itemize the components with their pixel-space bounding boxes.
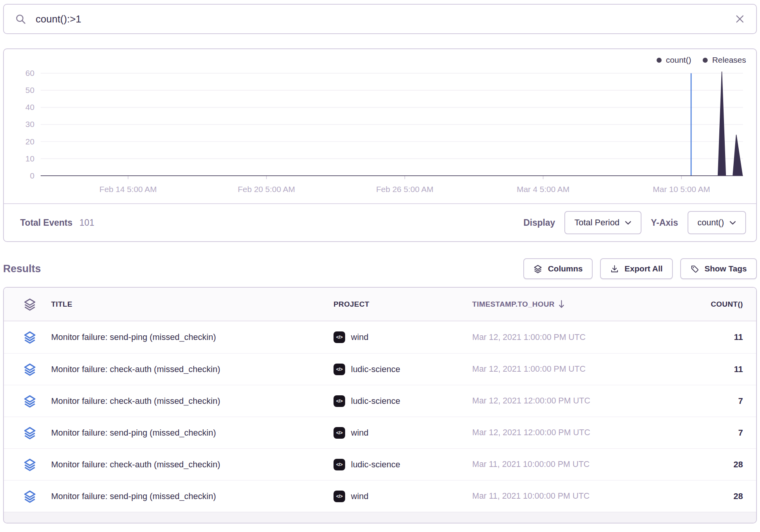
project-platform-icon: </> xyxy=(334,331,345,343)
svg-text:Mar 10 5:00 AM: Mar 10 5:00 AM xyxy=(653,185,710,194)
stack-icon xyxy=(23,363,36,376)
table-footer-strip xyxy=(4,512,756,523)
total-events-value: 101 xyxy=(79,218,94,228)
row-count: 28 xyxy=(647,460,756,470)
row-count: 28 xyxy=(647,491,756,501)
svg-text:20: 20 xyxy=(26,137,34,146)
column-header-timestamp-label: TIMESTAMP.TO_HOUR xyxy=(472,300,555,309)
show-tags-button[interactable]: Show Tags xyxy=(680,258,757,279)
stack-icon xyxy=(23,490,36,503)
svg-text:0: 0 xyxy=(30,171,34,180)
column-header-timestamp[interactable]: TIMESTAMP.TO_HOUR xyxy=(469,300,647,309)
column-header-project[interactable]: PROJECT xyxy=(330,300,469,309)
stack-icon xyxy=(23,331,36,344)
search-icon xyxy=(15,13,26,25)
svg-text:Feb 26 5:00 AM: Feb 26 5:00 AM xyxy=(376,185,433,194)
table-row: Monitor failure: send-ping (missed_check… xyxy=(4,480,756,512)
columns-stack-icon xyxy=(533,264,542,273)
row-icon-cell xyxy=(4,490,48,503)
project-name: ludic-science xyxy=(351,396,400,406)
svg-text:Feb 14 5:00 AM: Feb 14 5:00 AM xyxy=(100,185,157,194)
stack-icon xyxy=(23,395,36,408)
chart-legend: count() Releases xyxy=(657,55,746,65)
download-icon xyxy=(610,264,619,273)
table-header-row: TITLE PROJECT TIMESTAMP.TO_HOUR COUNT() xyxy=(4,288,756,321)
tag-icon xyxy=(690,264,699,273)
events-over-time-chart[interactable]: 0102030405060Feb 14 5:00 AMFeb 20 5:00 A… xyxy=(4,49,756,203)
legend-item-releases[interactable]: Releases xyxy=(703,55,746,65)
project-platform-icon: </> xyxy=(334,427,345,439)
yaxis-dropdown-value: count() xyxy=(698,218,724,228)
row-count: 11 xyxy=(647,364,756,374)
row-count: 7 xyxy=(647,428,756,438)
row-timestamp: Mar 12, 2021 12:00:00 PM UTC xyxy=(469,396,647,406)
svg-text:10: 10 xyxy=(26,154,34,163)
row-project-cell: </> wind xyxy=(330,331,469,343)
stack-icon xyxy=(23,426,36,439)
close-icon xyxy=(734,14,745,24)
display-dropdown[interactable]: Total Period xyxy=(564,211,641,234)
row-title-link[interactable]: Monitor failure: send-ping (missed_check… xyxy=(48,491,330,501)
row-project-cell: </> ludic-science xyxy=(330,459,469,470)
legend-label: Releases xyxy=(712,55,746,65)
row-title-link[interactable]: Monitor failure: check-auth (missed_chec… xyxy=(48,396,330,406)
row-title-link[interactable]: Monitor failure: send-ping (missed_check… xyxy=(48,428,330,438)
chart-area: count() Releases 0102030405060Feb 14 5:0… xyxy=(4,49,756,203)
events-chart-panel: count() Releases 0102030405060Feb 14 5:0… xyxy=(3,48,757,242)
results-actions: Columns Export All Show Tags xyxy=(523,258,757,279)
legend-label: count() xyxy=(666,55,691,65)
column-header-title[interactable]: TITLE xyxy=(48,300,330,309)
total-events-label: Total Events xyxy=(20,218,72,228)
svg-text:60: 60 xyxy=(26,69,34,77)
row-count: 7 xyxy=(647,396,756,406)
show-tags-button-label: Show Tags xyxy=(705,264,747,273)
project-name: ludic-science xyxy=(351,460,400,470)
row-project-cell: </> wind xyxy=(330,491,469,502)
clear-search-button[interactable] xyxy=(734,14,745,24)
stack-icon xyxy=(23,458,36,471)
svg-text:40: 40 xyxy=(26,103,34,112)
row-count: 11 xyxy=(647,332,756,342)
row-project-cell: </> wind xyxy=(330,427,469,439)
columns-button[interactable]: Columns xyxy=(523,258,593,279)
sort-desc-icon xyxy=(559,300,564,309)
display-label: Display xyxy=(523,218,555,228)
project-name: wind xyxy=(351,491,368,501)
row-icon-cell xyxy=(4,458,48,471)
legend-dot-icon xyxy=(703,58,708,63)
row-title-link[interactable]: Monitor failure: send-ping (missed_check… xyxy=(48,332,330,342)
row-timestamp: Mar 12, 2021 1:00:00 PM UTC xyxy=(469,333,647,342)
row-timestamp: Mar 11, 2021 10:00:00 PM UTC xyxy=(469,491,647,501)
row-icon-cell xyxy=(4,395,48,408)
table-row: Monitor failure: send-ping (missed_check… xyxy=(4,417,756,448)
column-header-count[interactable]: COUNT() xyxy=(647,300,756,309)
project-platform-icon: </> xyxy=(334,364,345,375)
project-name: wind xyxy=(351,428,368,438)
export-all-button-label: Export All xyxy=(624,264,662,273)
project-platform-icon: </> xyxy=(334,395,345,407)
results-table: TITLE PROJECT TIMESTAMP.TO_HOUR COUNT() … xyxy=(3,287,757,523)
svg-text:50: 50 xyxy=(26,86,34,94)
project-name: ludic-science xyxy=(351,364,400,374)
search-input[interactable] xyxy=(35,13,726,26)
row-timestamp: Mar 12, 2021 1:00:00 PM UTC xyxy=(469,364,647,374)
row-icon-cell xyxy=(4,331,48,344)
project-platform-icon: </> xyxy=(334,459,345,470)
yaxis-dropdown[interactable]: count() xyxy=(688,211,746,234)
chevron-down-icon xyxy=(625,221,631,225)
svg-text:Mar 4 5:00 AM: Mar 4 5:00 AM xyxy=(517,185,569,194)
row-timestamp: Mar 12, 2021 12:00:00 PM UTC xyxy=(469,428,647,438)
row-project-cell: </> ludic-science xyxy=(330,364,469,375)
display-dropdown-value: Total Period xyxy=(574,218,619,228)
total-events: Total Events 101 xyxy=(20,218,94,228)
svg-text:30: 30 xyxy=(26,120,34,129)
legend-item-count[interactable]: count() xyxy=(657,55,691,65)
row-title-link[interactable]: Monitor failure: check-auth (missed_chec… xyxy=(48,460,330,470)
search-bar xyxy=(3,4,757,34)
table-row: Monitor failure: check-auth (missed_chec… xyxy=(4,385,756,417)
row-title-link[interactable]: Monitor failure: check-auth (missed_chec… xyxy=(48,364,330,374)
columns-button-label: Columns xyxy=(548,264,583,273)
export-all-button[interactable]: Export All xyxy=(600,258,672,279)
table-row: Monitor failure: check-auth (missed_chec… xyxy=(4,448,756,480)
project-name: wind xyxy=(351,332,368,342)
